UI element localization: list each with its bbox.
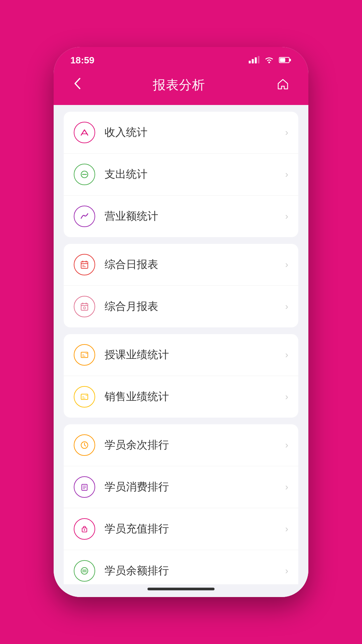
income-label: 收入统计 [105,125,285,140]
chevron-icon: › [285,566,288,576]
menu-group-student-ranking: 学员余次排行 › 学员消费排行 › [64,424,298,584]
menu-group-reports: 综合日报表 › 综合月报表 › [64,244,298,327]
list-item-student-topup[interactable]: 学员充值排行 › [64,508,298,550]
chevron-icon: › [285,524,288,534]
chevron-icon: › [285,391,288,402]
header: 报表分析 [54,69,308,105]
list-item-teaching-perf[interactable]: 授课业绩统计 › [64,334,298,376]
monthly-report-icon [74,296,95,317]
back-button[interactable] [70,74,84,96]
monthly-report-label: 综合月报表 [105,299,285,314]
chevron-icon: › [285,350,288,360]
svg-rect-12 [81,352,88,358]
status-bar: 18:59 [54,47,308,69]
home-button[interactable] [274,75,292,96]
list-item-student-consume[interactable]: 学员消费排行 › [64,466,298,508]
teaching-perf-label: 授课业绩统计 [105,347,285,362]
chevron-icon: › [285,169,288,180]
svg-rect-6 [290,59,291,61]
content-area: 收入统计 › 支出统计 › 营业额统计 [54,105,308,584]
svg-rect-1 [252,59,254,63]
student-balance-label: 学员余额排行 [105,564,285,578]
student-topup-label: 学员充值排行 [105,522,285,536]
student-consume-label: 学员消费排行 [105,480,285,494]
chevron-icon: › [285,211,288,222]
list-item-revenue[interactable]: 营业额统计 › [64,196,298,237]
chevron-icon: › [285,482,288,492]
svg-point-11 [83,307,85,309]
student-balance-icon [74,560,95,582]
revenue-label: 营业额统计 [105,209,285,224]
list-item-income[interactable]: 收入统计 › [64,112,298,154]
list-item-student-balance[interactable]: 学员余额排行 › [64,550,298,584]
daily-report-label: 综合日报表 [105,257,285,272]
svg-rect-2 [255,57,257,63]
svg-rect-3 [258,56,259,63]
student-remaining-label: 学员余次排行 [105,438,285,452]
signal-icon [249,55,259,66]
home-indicator [54,584,308,597]
svg-rect-0 [249,61,251,63]
list-item-expense[interactable]: 支出统计 › [64,154,298,196]
status-icons [249,55,292,66]
list-item-student-remaining[interactable]: 学员余次排行 › [64,424,298,466]
list-item-daily-report[interactable]: 综合日报表 › [64,244,298,286]
student-topup-icon [74,518,95,540]
wifi-icon [264,55,274,66]
expense-label: 支出统计 [105,167,285,182]
home-bar [147,588,215,590]
svg-rect-13 [81,394,88,399]
daily-report-icon [74,254,95,275]
list-item-sales-perf[interactable]: 销售业绩统计 › [64,376,298,418]
time: 18:59 [70,55,95,66]
chevron-icon: › [285,259,288,270]
income-icon [74,122,95,143]
svg-point-4 [268,62,270,63]
sales-perf-icon [74,386,95,408]
page-title: 报表分析 [153,76,205,94]
sales-perf-label: 销售业绩统计 [105,389,285,404]
student-remaining-icon [74,434,95,456]
list-item-monthly-report[interactable]: 综合月报表 › [64,286,298,327]
svg-rect-9 [81,262,88,268]
revenue-icon [74,206,95,227]
menu-group-performance: 授课业绩统计 › 销售业绩统计 › [64,334,298,418]
expense-icon [74,164,95,185]
student-consume-icon [74,476,95,498]
battery-icon [279,55,292,66]
chevron-icon: › [285,301,288,312]
svg-rect-7 [280,58,285,62]
menu-group-stats: 收入统计 › 支出统计 › 营业额统计 [64,112,298,237]
phone-frame: 18:59 [54,47,308,597]
teaching-perf-icon [74,344,95,366]
chevron-icon: › [285,440,288,450]
svg-point-17 [84,529,85,531]
chevron-icon: › [285,127,288,138]
